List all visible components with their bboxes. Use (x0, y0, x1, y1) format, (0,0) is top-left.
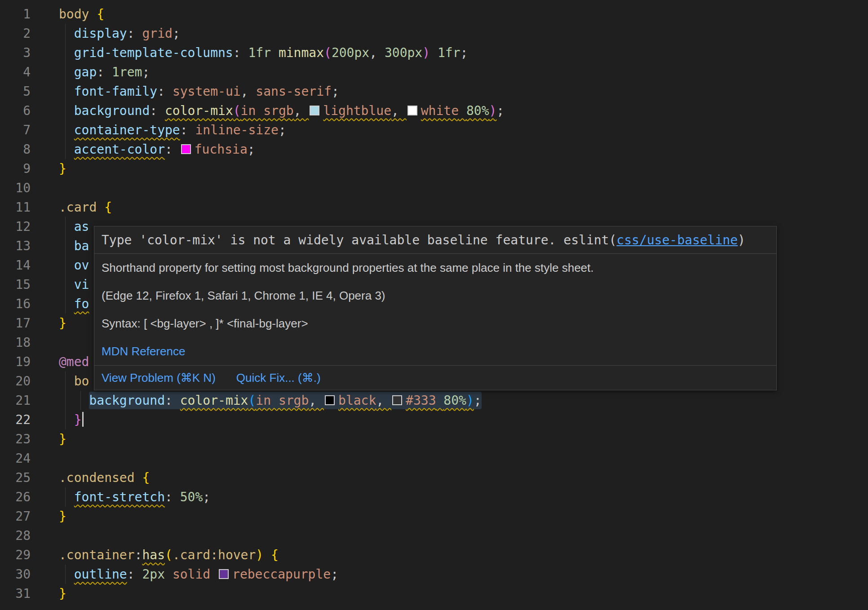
code-token: background (89, 393, 165, 408)
code-line[interactable]: 10 (0, 178, 868, 198)
line-number[interactable]: 7 (0, 120, 31, 140)
quick-fix-action[interactable]: Quick Fix... (⌘.) (236, 371, 321, 385)
code-line-content[interactable]: } (31, 159, 868, 178)
code-line-content[interactable]: .condensed { (31, 468, 868, 487)
line-number[interactable]: 2 (0, 24, 31, 43)
code-token: 300px (385, 45, 422, 60)
code-line-content[interactable]: grid-template-columns: 1fr minmax(200px,… (31, 43, 868, 62)
code-line-content[interactable] (31, 178, 868, 198)
code-line-content[interactable]: container-type: inline-size; (31, 120, 868, 140)
code-line-content[interactable]: .card { (31, 198, 868, 217)
line-number[interactable]: 19 (0, 352, 31, 371)
color-swatch[interactable] (325, 395, 335, 405)
code-line-content[interactable]: } (31, 410, 868, 429)
line-number[interactable]: 31 (0, 584, 31, 603)
code-line[interactable]: 8 accent-color: fuchsia; (0, 140, 868, 159)
code-line[interactable]: 29.container:has(.card:hover) { (0, 545, 868, 565)
diagnostic-rule-link[interactable]: css/use-baseline (616, 233, 738, 248)
line-number[interactable]: 27 (0, 507, 31, 526)
line-number[interactable]: 15 (0, 275, 31, 294)
line-number[interactable]: 8 (0, 140, 31, 159)
code-token: } (59, 432, 66, 446)
color-swatch[interactable] (219, 569, 229, 579)
code-token (59, 26, 74, 41)
line-number[interactable]: 22 (0, 410, 31, 429)
code-line[interactable]: 30 outline: 2px solid rebeccapurple; (0, 565, 868, 584)
code-line[interactable]: 4 gap: 1rem; (0, 62, 868, 82)
code-token: in srgb (256, 393, 309, 408)
view-problem-action[interactable]: View Problem (⌘K N) (102, 371, 216, 385)
code-line-content[interactable]: font-family: system-ui, sans-serif; (31, 82, 868, 101)
code-line[interactable]: 24 (0, 449, 868, 468)
code-token: 80% (443, 393, 466, 408)
code-line-content[interactable]: gap: 1rem; (31, 62, 868, 82)
code-line[interactable]: 7 container-type: inline-size; (0, 120, 868, 140)
code-editor[interactable]: 1body {2 display: grid;3 grid-template-c… (0, 0, 868, 610)
code-line[interactable]: 22 } (0, 410, 868, 429)
line-number[interactable]: 3 (0, 43, 31, 62)
code-line-content[interactable]: } (31, 429, 868, 449)
code-line-content[interactable]: .container:has(.card:hover) { (31, 545, 868, 565)
color-swatch[interactable] (407, 106, 417, 115)
code-line-content[interactable]: background: color-mix(in srgb, black, #3… (31, 391, 868, 410)
line-number[interactable]: 9 (0, 159, 31, 178)
code-line-content[interactable] (31, 449, 868, 468)
code-line[interactable]: 6 background: color-mix(in srgb, lightbl… (0, 101, 868, 120)
code-token: , (241, 84, 256, 99)
code-line-content[interactable]: display: grid; (31, 24, 868, 43)
code-line-content[interactable]: } (31, 584, 868, 603)
code-line-content[interactable]: accent-color: fuchsia; (31, 140, 868, 159)
line-number[interactable]: 21 (0, 391, 31, 410)
line-number[interactable]: 5 (0, 82, 31, 101)
code-line[interactable]: 28 (0, 526, 868, 545)
code-line[interactable]: 3 grid-template-columns: 1fr minmax(200p… (0, 43, 868, 62)
line-number[interactable]: 30 (0, 565, 31, 584)
code-line[interactable]: 2 display: grid; (0, 24, 868, 43)
code-line-content[interactable]: body { (31, 4, 868, 24)
code-token (97, 200, 104, 215)
color-swatch[interactable] (181, 144, 191, 154)
line-number[interactable]: 4 (0, 62, 31, 82)
line-number[interactable]: 26 (0, 487, 31, 507)
code-token: : (233, 45, 248, 60)
code-line-content[interactable]: font-stretch: 50%; (31, 487, 868, 507)
line-number[interactable]: 13 (0, 236, 31, 256)
code-line[interactable]: 23} (0, 429, 868, 449)
code-line[interactable]: 1body { (0, 4, 868, 24)
line-number[interactable]: 12 (0, 217, 31, 236)
line-number[interactable]: 29 (0, 545, 31, 565)
code-line-content[interactable]: } (31, 507, 868, 526)
line-number[interactable]: 25 (0, 468, 31, 487)
mdn-reference-link[interactable]: MDN Reference (102, 345, 185, 358)
code-line[interactable]: 5 font-family: system-ui, sans-serif; (0, 82, 868, 101)
line-number[interactable]: 1 (0, 4, 31, 24)
code-line[interactable]: 25.condensed { (0, 468, 868, 487)
color-swatch[interactable] (392, 395, 402, 405)
code-line[interactable]: 31} (0, 584, 868, 603)
code-line-content[interactable]: background: color-mix(in srgb, lightblue… (31, 101, 868, 120)
line-number[interactable]: 28 (0, 526, 31, 545)
line-number[interactable]: 18 (0, 333, 31, 352)
code-line[interactable]: 11.card { (0, 198, 868, 217)
code-line[interactable]: 21 background: color-mix(in srgb, black,… (0, 391, 868, 410)
code-token: { (142, 470, 150, 485)
line-number[interactable]: 17 (0, 314, 31, 333)
line-number[interactable]: 10 (0, 178, 31, 198)
hover-highlight: background: color-mix(in srgb, black, #3… (89, 392, 481, 409)
line-number[interactable]: 14 (0, 256, 31, 275)
line-number[interactable]: 23 (0, 429, 31, 449)
code-token: grid (142, 26, 172, 41)
line-number[interactable]: 16 (0, 294, 31, 314)
line-number[interactable]: 11 (0, 198, 31, 217)
code-token: minmax (279, 45, 324, 60)
line-number[interactable]: 6 (0, 101, 31, 120)
line-number[interactable]: 24 (0, 449, 31, 468)
color-swatch[interactable] (310, 106, 319, 115)
code-line-content[interactable]: outline: 2px solid rebeccapurple; (31, 565, 868, 584)
code-line[interactable]: 27} (0, 507, 868, 526)
line-number[interactable]: 20 (0, 371, 31, 391)
text-cursor (82, 412, 84, 427)
code-line[interactable]: 9} (0, 159, 868, 178)
code-line-content[interactable] (31, 526, 868, 545)
code-line[interactable]: 26 font-stretch: 50%; (0, 487, 868, 507)
